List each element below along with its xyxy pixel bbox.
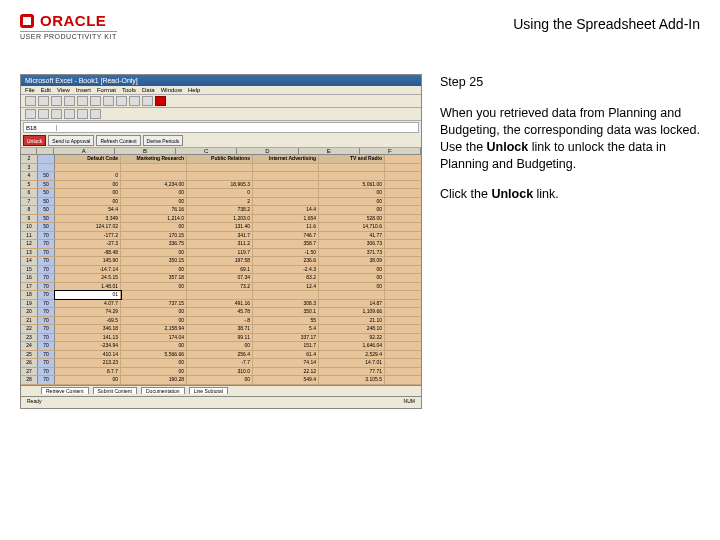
derive-periods-link[interactable]: Derive Periods xyxy=(143,135,184,146)
cell[interactable] xyxy=(253,172,319,180)
cell[interactable]: 145.90 xyxy=(55,257,121,265)
cell[interactable]: 00 xyxy=(121,359,187,367)
toolbar-button[interactable] xyxy=(90,109,101,119)
cell[interactable]: 24.5.15 xyxy=(55,274,121,282)
cell[interactable] xyxy=(319,291,385,299)
col-header[interactable]: D xyxy=(237,148,298,154)
toolbar-button[interactable] xyxy=(90,96,101,106)
cell[interactable]: 00 xyxy=(121,189,187,197)
cell[interactable]: 1,203.0 xyxy=(187,215,253,223)
cell[interactable]: 45.78 xyxy=(187,308,253,316)
toolbar-button[interactable] xyxy=(38,109,49,119)
cell[interactable]: 76.16 xyxy=(121,206,187,214)
cell[interactable]: 00 xyxy=(121,249,187,257)
cell[interactable] xyxy=(55,164,121,172)
cell[interactable] xyxy=(121,291,187,299)
cell[interactable]: 55 xyxy=(253,317,319,325)
cell[interactable]: -177.2 xyxy=(55,232,121,240)
cell[interactable]: 54.4 xyxy=(55,206,121,214)
cell[interactable]: 746.7 xyxy=(253,232,319,240)
cell[interactable]: 308.3 xyxy=(253,300,319,308)
cell[interactable]: 14.87 xyxy=(319,300,385,308)
toolbar-button[interactable] xyxy=(64,96,75,106)
cell[interactable]: -.8 xyxy=(187,317,253,325)
cell[interactable]: 357.18 xyxy=(121,274,187,282)
cell[interactable]: 0 xyxy=(55,172,121,180)
cell[interactable]: 07.34 xyxy=(187,274,253,282)
cell[interactable]: 3.105.5 xyxy=(319,376,385,384)
menu-item[interactable]: View xyxy=(57,87,70,93)
cell[interactable]: 119.7 xyxy=(187,249,253,257)
cell[interactable]: 5,061.00 xyxy=(319,181,385,189)
cell[interactable] xyxy=(187,172,253,180)
cell[interactable]: 346.18 xyxy=(55,325,121,333)
toolbar-button[interactable] xyxy=(155,96,166,106)
cell[interactable]: -2.4.3 xyxy=(253,266,319,274)
cell[interactable] xyxy=(253,291,319,299)
cell[interactable]: 00 xyxy=(55,198,121,206)
sheet-tab[interactable]: Retrieve Content xyxy=(41,387,89,394)
cell[interactable]: 73.2 xyxy=(187,283,253,291)
cell[interactable]: 83.2 xyxy=(253,274,319,282)
cell[interactable]: 738.2 xyxy=(187,206,253,214)
cell[interactable]: 8.7.7 xyxy=(55,368,121,376)
toolbar-button[interactable] xyxy=(77,96,88,106)
col-header[interactable]: C xyxy=(176,148,237,154)
cell[interactable]: 1,109.66 xyxy=(319,308,385,316)
cell[interactable]: 14.4 xyxy=(253,206,319,214)
cell[interactable]: 41.77 xyxy=(319,232,385,240)
toolbar-button[interactable] xyxy=(51,109,62,119)
name-box[interactable]: B18 xyxy=(24,125,57,131)
toolbar-button[interactable] xyxy=(64,109,75,119)
cell[interactable]: 174.04 xyxy=(121,334,187,342)
toolbar-button[interactable] xyxy=(103,96,114,106)
cell[interactable]: 371.73 xyxy=(319,249,385,257)
cell[interactable]: -27.3 xyxy=(55,240,121,248)
cell[interactable]: 310.0 xyxy=(187,368,253,376)
cell[interactable]: 00 xyxy=(55,181,121,189)
cell[interactable]: 1,214.0 xyxy=(121,215,187,223)
cell[interactable]: -14.7.14 xyxy=(55,266,121,274)
cell[interactable]: 00 xyxy=(121,317,187,325)
toolbar-button[interactable] xyxy=(51,96,62,106)
toolbar-button[interactable] xyxy=(142,96,153,106)
cell[interactable]: 2,158.94 xyxy=(121,325,187,333)
cell[interactable]: 22.12 xyxy=(253,368,319,376)
cell[interactable]: 350.15 xyxy=(121,257,187,265)
cell[interactable]: 336.75 xyxy=(121,240,187,248)
toolbar-button[interactable] xyxy=(25,109,36,119)
toolbar-button[interactable] xyxy=(116,96,127,106)
toolbar-button[interactable] xyxy=(38,96,49,106)
cell[interactable]: 00 xyxy=(121,283,187,291)
cell[interactable]: 00 xyxy=(55,189,121,197)
cell[interactable]: 14,710.6 xyxy=(319,223,385,231)
cell[interactable]: Default Code xyxy=(55,155,121,163)
cell[interactable]: 38.71 xyxy=(187,325,253,333)
col-header[interactable]: B xyxy=(115,148,176,154)
cell[interactable] xyxy=(253,198,319,206)
cell[interactable]: 350.1 xyxy=(253,308,319,316)
spreadsheet-grid[interactable]: A B C D E F 2 Default Code Marketing Res… xyxy=(21,148,421,385)
sheet-tab[interactable]: Line Subtotal xyxy=(189,387,228,394)
cell[interactable] xyxy=(253,164,319,172)
cell[interactable]: 00 xyxy=(319,274,385,282)
sheet-tab[interactable]: Documentation xyxy=(141,387,185,394)
menu-item[interactable]: Tools xyxy=(122,87,136,93)
cell[interactable]: 1.48.01 xyxy=(55,283,121,291)
cell[interactable] xyxy=(319,164,385,172)
cell[interactable]: 00 xyxy=(319,283,385,291)
menu-item[interactable]: Help xyxy=(188,87,200,93)
cell[interactable]: 00 xyxy=(121,198,187,206)
cell[interactable]: 737.15 xyxy=(121,300,187,308)
cell[interactable]: TV and Radio xyxy=(319,155,385,163)
cell[interactable]: 00 xyxy=(319,198,385,206)
toolbar-button[interactable] xyxy=(129,96,140,106)
cell[interactable]: 2,529.4 xyxy=(319,351,385,359)
refresh-context-link[interactable]: Refresh Context xyxy=(96,135,140,146)
cell[interactable]: -234.94 xyxy=(55,342,121,350)
menu-item[interactable]: Format xyxy=(97,87,116,93)
cell[interactable]: 00 xyxy=(121,308,187,316)
cell[interactable]: 141.13 xyxy=(55,334,121,342)
menu-item[interactable]: Window xyxy=(161,87,182,93)
cell[interactable]: -88.48 xyxy=(55,249,121,257)
